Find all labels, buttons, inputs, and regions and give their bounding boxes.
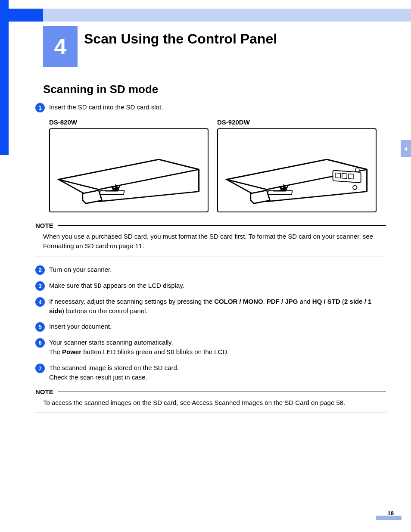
- step-1: 1 Insert the SD card into the SD card sl…: [35, 103, 386, 112]
- step-text: If necessary, adjust the scanning settin…: [49, 297, 386, 316]
- note-text-pre: To access the scanned images on the SD c…: [43, 399, 192, 406]
- text-bold: Power: [62, 348, 81, 355]
- step-2: 2 Turn on your scanner.: [35, 265, 386, 275]
- text-line1: The scanned image is stored on the SD ca…: [49, 364, 179, 371]
- section-side-tab: 4: [401, 140, 411, 157]
- note-rule-bottom: [35, 413, 386, 413]
- section-title: Scanning in SD mode: [43, 83, 158, 96]
- figure-row: [49, 128, 386, 212]
- svg-rect-14: [349, 174, 353, 179]
- note-text-post: on page 11.: [108, 242, 144, 249]
- text-close: ) buttons on the control panel.: [62, 307, 147, 314]
- figure-ds920dw: [217, 128, 377, 212]
- text-sep: ,: [263, 298, 267, 305]
- step-bullet: 3: [35, 281, 45, 291]
- chapter-number-box: 4: [43, 26, 78, 67]
- text-mid: button LED blinks green and: [81, 348, 167, 355]
- step-text: Turn on your scanner.: [49, 265, 112, 274]
- text-pre: Make sure that: [49, 282, 93, 289]
- chapter-title: Scan Using the Control Panel: [84, 31, 277, 47]
- note-block-2: NOTE To access the scanned images on the…: [35, 388, 386, 413]
- step-bullet: 4: [35, 297, 45, 307]
- step-text: Insert the SD card into the SD card slot…: [49, 103, 163, 112]
- text-line1: Your scanner starts scanning automatical…: [49, 339, 173, 346]
- content-area: 1 Insert the SD card into the SD card sl…: [35, 103, 386, 422]
- svg-rect-13: [342, 173, 347, 178]
- text-pre: The: [49, 348, 62, 355]
- figure-ds820w: [49, 128, 209, 212]
- step-text: The scanned image is stored on the SD ca…: [49, 363, 179, 382]
- note-text-pre: When you use a purchased SD card, you mu…: [43, 233, 373, 240]
- note-text-italic: Formatting an SD card: [43, 242, 108, 249]
- text-bold: COLOR / MONO: [214, 298, 263, 305]
- text-bold: PDF / JPG: [267, 298, 298, 305]
- step-bullet: 7: [35, 364, 45, 373]
- page: 4 Scan Using the Control Panel Scanning …: [0, 0, 411, 532]
- text-post: appears on the LCD display.: [101, 282, 184, 289]
- svg-point-15: [355, 168, 359, 171]
- text-bold: HQ / STD: [312, 298, 340, 305]
- step-3: 3 Make sure that SD appears on the LCD d…: [35, 281, 386, 291]
- note-label: NOTE: [35, 388, 53, 395]
- note-body: When you use a purchased SD card, you mu…: [43, 232, 386, 254]
- note-block-1: NOTE When you use a purchased SD card, y…: [35, 222, 386, 256]
- page-number: 18: [388, 510, 394, 516]
- note-text-post: on page 58.: [309, 399, 345, 406]
- product-right-label: DS-920DW: [217, 118, 250, 126]
- step-bullet: 6: [35, 338, 45, 348]
- note-rule-bottom: [35, 256, 386, 256]
- note-rule: [58, 392, 386, 392]
- step-6: 6 Your scanner starts scanning automatic…: [35, 338, 386, 358]
- text-code: SD: [93, 283, 101, 290]
- note-rule: [58, 225, 386, 226]
- step-text: Insert your document.: [49, 322, 112, 331]
- note-body: To access the scanned images on the SD c…: [43, 398, 386, 411]
- left-blue-strip: [0, 0, 9, 155]
- step-5: 5 Insert your document.: [35, 322, 386, 332]
- note-label: NOTE: [35, 222, 53, 229]
- step-text: Make sure that SD appears on the LCD dis…: [49, 281, 184, 291]
- text-code: SD: [167, 349, 174, 356]
- product-left-label: DS-820W: [49, 118, 217, 126]
- svg-point-19: [353, 185, 357, 189]
- scanner-illustration-icon: [222, 131, 372, 209]
- text-pre: If necessary, adjust the scanning settin…: [49, 298, 214, 305]
- text-line2: Check the scan result just in case.: [49, 373, 147, 381]
- step-bullet: 1: [35, 103, 45, 112]
- step-text: Your scanner starts scanning automatical…: [49, 338, 229, 358]
- step-7: 7 The scanned image is stored on the SD …: [35, 363, 386, 382]
- step-4: 4 If necessary, adjust the scanning sett…: [35, 297, 386, 316]
- step-bullet: 5: [35, 322, 45, 332]
- text-open: (: [340, 298, 344, 305]
- product-labels: DS-820W DS-920DW: [49, 118, 386, 126]
- header-bar-blue: [0, 9, 43, 22]
- svg-rect-12: [336, 173, 340, 178]
- text-sep: and: [298, 298, 312, 305]
- note-text-italic: Access Scanned Images on the SD Card: [192, 399, 309, 406]
- step-bullet: 2: [35, 265, 45, 275]
- scanner-illustration-icon: [54, 131, 204, 209]
- header-bar-light: [0, 9, 411, 22]
- text-post: blinks on the LCD.: [174, 348, 229, 355]
